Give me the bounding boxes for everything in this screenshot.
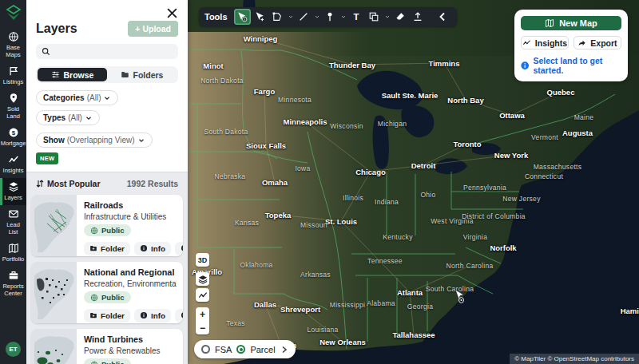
- shapes-tool-button[interactable]: [366, 9, 383, 25]
- pluscircle-icon: [181, 244, 183, 252]
- export-button[interactable]: Export: [574, 36, 621, 49]
- layer-subtitle: Infrastructure & Utilities: [84, 212, 177, 221]
- briefcase-icon: [8, 270, 19, 281]
- public-badge: Public: [84, 291, 131, 303]
- filter-show[interactable]: Show(Overlapping View): [36, 133, 153, 148]
- chart-icon: [8, 154, 19, 165]
- map-insights-button[interactable]: [196, 288, 209, 302]
- public-badge: Public: [84, 358, 131, 364]
- fsa-radio[interactable]: [201, 345, 210, 354]
- sidebar-item-insights[interactable]: Insights: [0, 151, 26, 178]
- sidebar-item-sold-land[interactable]: Sold Land: [0, 89, 26, 124]
- chevdown-icon: [85, 114, 93, 122]
- svg-text:T: T: [354, 12, 359, 22]
- line-icon: [298, 11, 309, 22]
- eraser-icon: [395, 11, 406, 22]
- layer-title: National and Regional Public L...: [84, 267, 177, 277]
- drawing-toolbar: Tools T: [199, 7, 457, 26]
- sidebar-item-label: Base Maps: [3, 44, 23, 58]
- draw-polygon-tool-button[interactable]: [269, 9, 286, 25]
- new-map-button[interactable]: New Map: [521, 16, 621, 30]
- list-header: Most Popular 1992 Results: [26, 172, 188, 194]
- folder-icon: [121, 70, 129, 79]
- pin-icon: [8, 93, 19, 104]
- filter-types[interactable]: Types(All): [36, 110, 100, 125]
- zoom-in-button[interactable]: +: [196, 307, 209, 321]
- folderplus-icon: [89, 244, 97, 252]
- eraser-tool-button[interactable]: [392, 9, 409, 25]
- close-icon[interactable]: [166, 7, 178, 19]
- polygon-icon: [272, 11, 283, 22]
- place-pin-tool-button[interactable]: [322, 9, 339, 25]
- export-label: Export: [590, 38, 617, 48]
- filter-row: Categories(All)Types(All): [26, 90, 188, 133]
- globe-icon: [90, 361, 98, 364]
- chevron-down-icon[interactable]: [313, 9, 321, 25]
- map-icon: [545, 18, 554, 28]
- map-button[interactable]: Map: [175, 242, 183, 255]
- select-add-tool-button[interactable]: [252, 9, 268, 25]
- tab-folders[interactable]: Folders: [107, 68, 177, 81]
- cursorinfo-icon: [236, 11, 248, 22]
- insights-button[interactable]: Insights: [521, 36, 569, 49]
- upload-button[interactable]: + Upload: [128, 21, 178, 37]
- sidebar-item-label: Sold Land: [3, 105, 23, 120]
- globe-icon: [90, 227, 98, 235]
- search-box[interactable]: [36, 44, 178, 59]
- chevron-left-icon: [437, 11, 448, 22]
- zoom-out-button[interactable]: −: [196, 321, 209, 334]
- chevron-down-icon[interactable]: [383, 9, 391, 25]
- info-button[interactable]: Info: [134, 309, 171, 322]
- map-button[interactable]: Map: [175, 309, 183, 322]
- sidebar-item-layers[interactable]: Layers: [0, 178, 26, 205]
- insights-label: Insights: [535, 38, 567, 48]
- collapse-toolbar-button[interactable]: [435, 9, 451, 25]
- tab-browse[interactable]: Browse: [38, 68, 107, 81]
- select-info-tool-button[interactable]: [234, 9, 251, 25]
- parcel-radio[interactable]: [236, 345, 245, 354]
- layer-subtitle: Recreation, Environmental: [84, 279, 177, 288]
- info-button[interactable]: Info: [134, 242, 171, 255]
- sidebar-item-label: Mortgage: [1, 140, 26, 147]
- sidebar-item-label: Reports Center: [2, 283, 23, 297]
- portfolio-icon: [8, 243, 19, 254]
- sidebar-item-listings[interactable]: Listings: [0, 62, 26, 89]
- sort-control[interactable]: Most Popular: [36, 179, 101, 188]
- app-logo-icon[interactable]: [5, 4, 22, 22]
- layer-title: Wind Turbines: [84, 334, 177, 344]
- layer-card-list[interactable]: RailroadsInfrastructure & UtilitiesPubli…: [26, 194, 188, 364]
- sidebar-item-base-maps[interactable]: Base Maps: [0, 28, 26, 62]
- sidebar-item-portfolio[interactable]: Portfolio: [0, 239, 26, 267]
- dollar-icon: $: [8, 127, 19, 138]
- 3d-toggle-button[interactable]: 3D: [196, 253, 209, 267]
- results-count: 1992 Results: [127, 179, 178, 188]
- layer-thumbnail: [31, 262, 77, 323]
- action-panel: New Map Insights Export Select land to g…: [514, 10, 628, 81]
- user-avatar[interactable]: ET: [6, 342, 21, 357]
- chevron-right-icon[interactable]: [280, 346, 288, 354]
- sort-arrows-icon: [36, 180, 44, 188]
- sidebar-item-label: Layers: [4, 194, 22, 201]
- upload-tool-tool-button[interactable]: [410, 9, 427, 25]
- texttool-icon: T: [351, 11, 362, 22]
- map-attribution: © MapTiler © OpenStreetMap contributors: [510, 354, 639, 364]
- sidebar-item-mortgage[interactable]: $Mortgage: [0, 124, 26, 151]
- draw-line-tool-button[interactable]: [296, 9, 312, 25]
- filter-categories[interactable]: Categories(All): [36, 90, 118, 105]
- map-layers-button[interactable]: [196, 272, 209, 286]
- chevron-down-icon[interactable]: [287, 9, 295, 25]
- text-tool-tool-button[interactable]: T: [348, 9, 365, 25]
- folder-button[interactable]: Folder: [84, 242, 130, 255]
- export-arrow-icon: [577, 38, 586, 47]
- flag-icon: [8, 65, 19, 77]
- mail-icon: [8, 208, 19, 220]
- chevdown-icon: [137, 136, 145, 144]
- sidebar-item-reports-center[interactable]: Reports Center: [0, 267, 26, 301]
- folder-button[interactable]: Folder: [84, 309, 130, 322]
- svg-text:$: $: [11, 129, 15, 136]
- sidebar-item-label: Portfolio: [2, 255, 25, 263]
- search-input[interactable]: [54, 47, 173, 57]
- info-icon: [521, 61, 529, 70]
- chevron-down-icon[interactable]: [339, 9, 347, 25]
- sidebar-item-lead-list[interactable]: Lead List: [0, 205, 26, 239]
